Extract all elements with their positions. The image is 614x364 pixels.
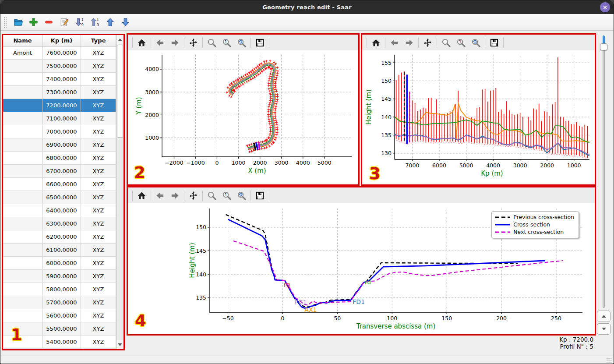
back-icon[interactable] <box>154 190 166 201</box>
svg-text:FD1: FD1 <box>353 298 365 305</box>
plan-plot-canvas[interactable]: −2000−1000010002000300040005000100020003… <box>128 50 358 184</box>
svg-text:Transverse abscissa (m): Transverse abscissa (m) <box>356 322 436 330</box>
table-row[interactable]: 7100.0000XYZ <box>3 112 116 125</box>
forward-icon[interactable] <box>403 37 415 49</box>
sort-ascending-button[interactable]: 19 <box>89 17 100 28</box>
move-up-button[interactable] <box>105 17 116 28</box>
svg-text:155: 155 <box>381 60 392 66</box>
forward-icon[interactable] <box>169 190 181 201</box>
pan-icon[interactable] <box>187 37 199 49</box>
table-row[interactable]: 7200.0000XYZ <box>3 99 116 112</box>
table-row[interactable]: 7400.0000XYZ <box>3 73 116 86</box>
table-row[interactable]: 6800.0000XYZ <box>3 152 116 165</box>
add-button[interactable] <box>28 17 39 28</box>
edit-button[interactable] <box>59 17 70 28</box>
svg-text:150: 150 <box>196 224 206 230</box>
back-icon[interactable] <box>154 37 166 49</box>
svg-text:140: 140 <box>381 114 392 120</box>
zoom-icon[interactable] <box>206 37 218 49</box>
zoom-in-one-icon[interactable]: 1 <box>221 190 233 201</box>
table-row[interactable]: 7000.0000XYZ <box>3 125 116 138</box>
svg-text:FG1: FG1 <box>295 299 307 306</box>
pan-icon[interactable] <box>422 37 434 49</box>
table-row[interactable]: 6100.0000XYZ <box>3 244 116 257</box>
zoom-in-one-icon[interactable]: 1 <box>221 37 233 49</box>
open-folder-button[interactable] <box>13 17 24 28</box>
scrollbar-thumb[interactable] <box>117 45 123 138</box>
svg-text:0: 0 <box>215 159 219 166</box>
scroll-up-icon[interactable] <box>116 35 124 44</box>
profile-up-button[interactable] <box>597 311 610 322</box>
slider-handle[interactable] <box>600 43 607 50</box>
move-down-button[interactable] <box>120 17 131 28</box>
table-row[interactable]: 5600.0000XYZ <box>3 309 116 322</box>
table-row[interactable]: 6700.0000XYZ <box>3 165 116 178</box>
table-scrollbar[interactable] <box>116 35 124 349</box>
table-row[interactable]: 6900.0000XYZ <box>3 138 116 152</box>
svg-text:4000: 4000 <box>145 66 159 72</box>
legend-entry: Previous cross-section <box>495 214 574 220</box>
row-name-cell: Amont <box>3 46 42 59</box>
svg-text:150: 150 <box>441 315 452 322</box>
row-name-cell <box>3 309 42 322</box>
svg-text:145: 145 <box>381 95 392 102</box>
remove-button[interactable] <box>43 17 54 28</box>
save-icon[interactable] <box>254 37 266 49</box>
profile-down-button[interactable] <box>597 323 610 335</box>
row-name-cell <box>3 217 42 230</box>
table-row[interactable]: 7300.0000XYZ <box>3 86 116 99</box>
column-header-kpm[interactable]: Kp (m) <box>42 35 81 46</box>
svg-text:4000: 4000 <box>296 159 310 166</box>
table-row[interactable]: 7500.0000XYZ <box>3 60 116 73</box>
svg-text:250: 250 <box>551 315 561 322</box>
table-row[interactable]: 6300.0000XYZ <box>3 217 116 230</box>
annotation-label-4: 4 <box>135 313 146 329</box>
row-type-cell: XYZ <box>81 99 116 112</box>
table-row[interactable]: 6400.0000XYZ <box>3 204 116 217</box>
table-row[interactable]: 6600.0000XYZ <box>3 178 116 191</box>
zoom-in-one-icon[interactable]: 1 <box>455 37 467 49</box>
column-header-type[interactable]: Type <box>81 35 116 46</box>
back-icon[interactable] <box>388 37 400 49</box>
home-icon[interactable] <box>370 37 382 49</box>
zoom-icon[interactable] <box>206 190 218 201</box>
resize-grip[interactable] <box>606 357 612 363</box>
slider-track[interactable] <box>603 35 605 308</box>
pan-icon[interactable] <box>187 190 199 201</box>
table-row[interactable]: 5900.0000XYZ <box>3 270 116 283</box>
home-icon[interactable] <box>136 37 148 49</box>
table-row[interactable]: 6200.0000XYZ <box>3 230 116 244</box>
toolbar-grip[interactable] <box>4 17 7 28</box>
longitudinal-plot-canvas[interactable]: 7000600050004000300020001000130135140145… <box>362 50 595 184</box>
chart-legend: Previous cross-sectionCross-sectionNext … <box>491 211 579 238</box>
sort-descending-button[interactable]: 19 <box>74 17 85 28</box>
forward-icon[interactable] <box>169 37 181 49</box>
profile-position-slider[interactable] <box>602 35 605 308</box>
cross-section-plot-canvas[interactable]: −50050100150200250135140145150Transverse… <box>128 203 595 334</box>
legend-label: Cross-section <box>513 221 550 228</box>
row-kp-cell: 7100.0000 <box>42 112 81 125</box>
row-kp-cell: 7300.0000 <box>42 86 81 99</box>
table-row[interactable]: Amont7600.0000XYZ <box>3 46 116 60</box>
zoom-to-rect-icon[interactable] <box>470 37 482 49</box>
toolbar-separator <box>202 191 203 201</box>
zoom-icon[interactable] <box>440 37 452 49</box>
close-icon[interactable]: × <box>600 2 610 12</box>
save-icon[interactable] <box>488 37 500 49</box>
svg-text:9: 9 <box>81 23 83 27</box>
save-icon[interactable] <box>254 190 266 201</box>
row-name-cell <box>3 257 42 269</box>
toolbar-separator <box>385 38 385 48</box>
zoom-to-rect-icon[interactable] <box>236 190 247 201</box>
zoom-to-rect-icon[interactable] <box>236 37 247 49</box>
table-row[interactable]: 5800.0000XYZ <box>3 283 116 296</box>
home-icon[interactable] <box>136 190 148 201</box>
table-row[interactable]: 6000.0000XYZ <box>3 257 116 270</box>
column-header-name[interactable]: Name <box>3 35 42 46</box>
row-type-cell: XYZ <box>81 296 116 309</box>
scroll-down-icon[interactable] <box>116 340 124 349</box>
table-row[interactable]: 6500.0000XYZ <box>3 191 116 204</box>
legend-label: Previous cross-section <box>513 214 574 220</box>
table-row[interactable]: 5700.0000XYZ <box>3 296 116 309</box>
table-header-row: NameKp (m)Type <box>3 35 124 46</box>
